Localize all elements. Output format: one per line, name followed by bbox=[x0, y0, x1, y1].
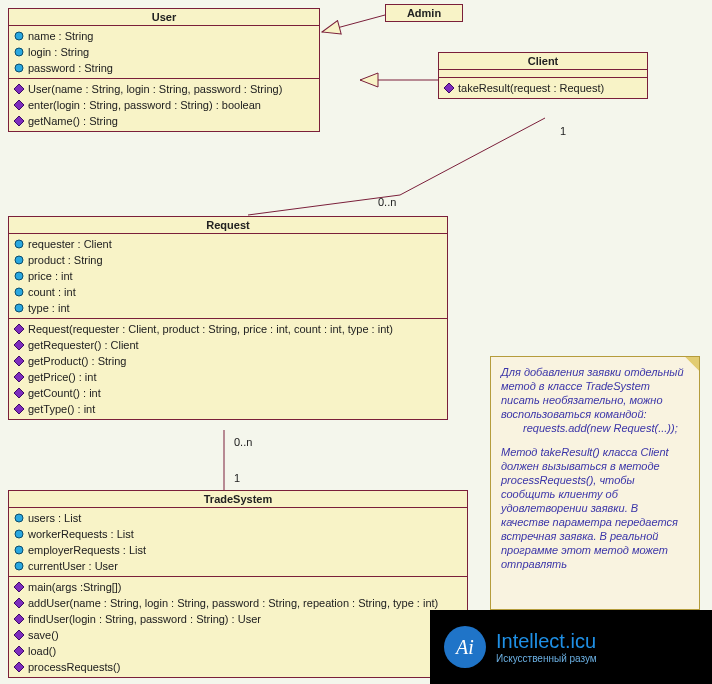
method-text: processRequests() bbox=[28, 659, 120, 675]
svg-marker-14 bbox=[14, 324, 24, 334]
class-client-attrs bbox=[439, 70, 647, 78]
class-user-methods: User(name : String, login : String, pass… bbox=[9, 79, 319, 131]
method-icon bbox=[13, 597, 25, 609]
class-user-title: User bbox=[9, 9, 319, 26]
attribute-icon bbox=[13, 30, 25, 42]
class-admin: Admin bbox=[385, 4, 463, 22]
svg-marker-18 bbox=[14, 388, 24, 398]
svg-point-13 bbox=[15, 304, 23, 312]
svg-marker-17 bbox=[14, 372, 24, 382]
method-icon bbox=[13, 115, 25, 127]
method-icon bbox=[443, 82, 455, 94]
method-icon bbox=[13, 403, 25, 415]
svg-marker-26 bbox=[14, 614, 24, 624]
attr-text: workerRequests : List bbox=[28, 526, 134, 542]
method-text: getRequester() : Client bbox=[28, 337, 139, 353]
method-icon bbox=[13, 645, 25, 657]
svg-point-2 bbox=[15, 32, 23, 40]
svg-point-21 bbox=[15, 530, 23, 538]
method-icon bbox=[13, 323, 25, 335]
svg-marker-28 bbox=[14, 646, 24, 656]
method-icon bbox=[13, 661, 25, 673]
method-text: getProduct() : String bbox=[28, 353, 126, 369]
class-client: Client takeResult(request : Request) bbox=[438, 52, 648, 99]
svg-point-4 bbox=[15, 64, 23, 72]
class-request-methods: Request(requester : Client, product : St… bbox=[9, 319, 447, 419]
svg-line-0 bbox=[322, 15, 385, 32]
method-text: addUser(name : String, login : String, p… bbox=[28, 595, 438, 611]
method-text: getType() : int bbox=[28, 401, 95, 417]
class-tradesystem-attrs: users : List workerRequests : List emplo… bbox=[9, 508, 467, 577]
class-request-title: Request bbox=[9, 217, 447, 234]
method-text: save() bbox=[28, 627, 59, 643]
class-user-attrs: name : String login : String password : … bbox=[9, 26, 319, 79]
attribute-icon bbox=[13, 302, 25, 314]
class-tradesystem-methods: main(args :String[]) addUser(name : Stri… bbox=[9, 577, 467, 677]
svg-point-12 bbox=[15, 288, 23, 296]
attr-text: login : String bbox=[28, 44, 89, 60]
method-text: getName() : String bbox=[28, 113, 118, 129]
method-text: getPrice() : int bbox=[28, 369, 96, 385]
note-code: requests.add(new Request(...)); bbox=[501, 421, 689, 435]
method-text: enter(login : String, password : String)… bbox=[28, 97, 261, 113]
svg-marker-19 bbox=[14, 404, 24, 414]
svg-point-20 bbox=[15, 514, 23, 522]
method-icon bbox=[13, 613, 25, 625]
attribute-icon bbox=[13, 512, 25, 524]
svg-marker-25 bbox=[14, 598, 24, 608]
method-icon bbox=[13, 83, 25, 95]
svg-point-22 bbox=[15, 546, 23, 554]
attr-text: name : String bbox=[28, 28, 93, 44]
note-paragraph: Метод takeResult() класса Client должен … bbox=[501, 445, 689, 571]
svg-marker-6 bbox=[14, 100, 24, 110]
class-user: User name : String login : String passwo… bbox=[8, 8, 320, 132]
svg-marker-15 bbox=[14, 340, 24, 350]
method-icon bbox=[13, 371, 25, 383]
attribute-icon bbox=[13, 560, 25, 572]
attr-text: type : int bbox=[28, 300, 70, 316]
attr-text: price : int bbox=[28, 268, 73, 284]
attr-text: product : String bbox=[28, 252, 103, 268]
method-icon bbox=[13, 99, 25, 111]
svg-point-9 bbox=[15, 240, 23, 248]
method-icon bbox=[13, 339, 25, 351]
watermark-text: Intellect.icu Искусственный разум bbox=[496, 630, 597, 664]
class-client-title: Client bbox=[439, 53, 647, 70]
watermark: Ai Intellect.icu Искусственный разум bbox=[430, 610, 712, 684]
attribute-icon bbox=[13, 286, 25, 298]
attribute-icon bbox=[13, 528, 25, 540]
attr-text: password : String bbox=[28, 60, 113, 76]
attribute-icon bbox=[13, 62, 25, 74]
svg-point-11 bbox=[15, 272, 23, 280]
attr-text: users : List bbox=[28, 510, 81, 526]
uml-canvas: 1 0..n 0..n 1 User name : String login :… bbox=[0, 0, 712, 684]
attr-text: employerRequests : List bbox=[28, 542, 146, 558]
class-request-attrs: requester : Client product : String pric… bbox=[9, 234, 447, 319]
method-text: load() bbox=[28, 643, 56, 659]
attribute-icon bbox=[13, 238, 25, 250]
attr-text: currentUser : User bbox=[28, 558, 118, 574]
method-text: getCount() : int bbox=[28, 385, 101, 401]
class-tradesystem-title: TradeSystem bbox=[9, 491, 467, 508]
svg-marker-24 bbox=[14, 582, 24, 592]
watermark-tagline: Искусственный разум bbox=[496, 653, 597, 664]
method-text: main(args :String[]) bbox=[28, 579, 122, 595]
method-icon bbox=[13, 355, 25, 367]
svg-marker-7 bbox=[14, 116, 24, 126]
attribute-icon bbox=[13, 46, 25, 58]
mult-client-one: 1 bbox=[560, 125, 566, 137]
method-text: User(name : String, login : String, pass… bbox=[28, 81, 282, 97]
attribute-icon bbox=[13, 270, 25, 282]
attribute-icon bbox=[13, 254, 25, 266]
watermark-site: Intellect.icu bbox=[496, 630, 596, 652]
method-text: findUser(login : String, password : Stri… bbox=[28, 611, 261, 627]
mult-request-top: 0..n bbox=[378, 196, 396, 208]
class-client-methods: takeResult(request : Request) bbox=[439, 78, 647, 98]
svg-point-10 bbox=[15, 256, 23, 264]
method-text: takeResult(request : Request) bbox=[458, 80, 604, 96]
svg-marker-8 bbox=[444, 83, 454, 93]
class-request: Request requester : Client product : Str… bbox=[8, 216, 448, 420]
svg-point-23 bbox=[15, 562, 23, 570]
svg-marker-29 bbox=[14, 662, 24, 672]
method-icon bbox=[13, 387, 25, 399]
